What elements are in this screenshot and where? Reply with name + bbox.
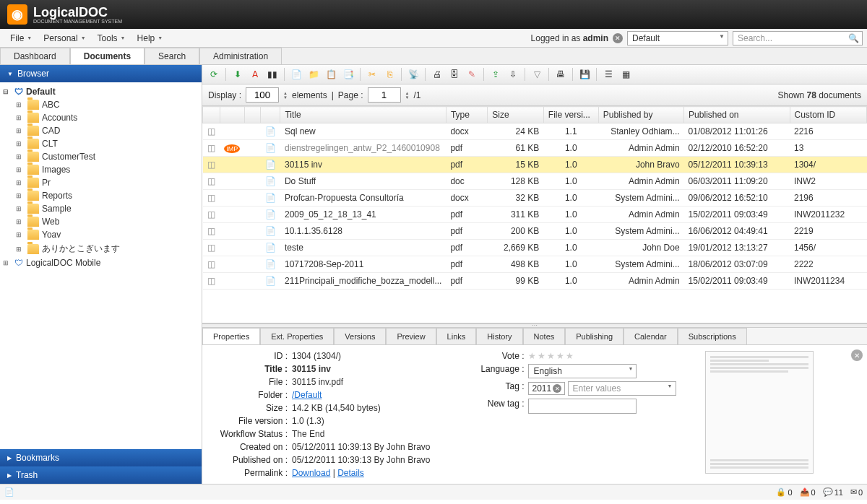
bulk-icon[interactable]: 📑 <box>341 67 355 82</box>
rss-icon[interactable]: 📡 <box>406 67 420 82</box>
panel-bookmarks[interactable]: Bookmarks <box>0 449 202 466</box>
download-link[interactable]: Download <box>292 468 330 478</box>
cut-icon[interactable]: ✂ <box>365 67 379 82</box>
table-row[interactable]: ◫📄Do Stuffdoc128 KB1.0Admin Admin06/03/2… <box>203 173 867 190</box>
print-icon[interactable]: 🖶 <box>553 67 568 82</box>
clipboard-icon[interactable]: 📋 <box>324 67 338 82</box>
close-preview-icon[interactable]: ✕ <box>851 349 863 361</box>
folder-item[interactable]: ⊞CLT <box>16 137 199 150</box>
tree-toggle-icon[interactable]: ⊞ <box>16 218 25 225</box>
row-handle-icon[interactable]: ◫ <box>207 193 215 203</box>
menu-personal[interactable]: Personal <box>38 30 91 46</box>
save-view-icon[interactable]: 💾 <box>577 67 592 82</box>
search-input[interactable]: Search... 🔍 <box>733 31 863 45</box>
tree-toggle-icon[interactable]: ⊞ <box>16 114 25 121</box>
detail-tab-properties[interactable]: Properties <box>202 328 260 344</box>
status-messages[interactable]: 💬11 <box>823 487 843 497</box>
table-row[interactable]: ◫📄30115 invpdf15 KB1.0John Bravo05/12/20… <box>203 157 867 173</box>
tree-toggle-icon[interactable]: ⊞ <box>16 101 25 108</box>
folder-item[interactable]: ⊞CAD <box>16 124 199 137</box>
tag-remove-icon[interactable]: ✕ <box>553 384 561 393</box>
detail-tab-links[interactable]: Links <box>436 328 477 344</box>
menu-help[interactable]: Help <box>131 30 169 46</box>
folder-item[interactable]: ⊞Reports <box>16 189 199 202</box>
row-handle-icon[interactable]: ◫ <box>207 259 215 269</box>
column-header[interactable]: Type <box>446 107 487 123</box>
per-page-spinner[interactable]: ▲▼ <box>283 91 288 100</box>
document-thumbnail[interactable] <box>705 351 814 474</box>
column-header[interactable] <box>203 107 220 123</box>
workspace-select[interactable]: Default <box>627 31 728 45</box>
export-icon[interactable]: ⇪ <box>488 67 503 82</box>
page-spinner[interactable]: ▲▼ <box>405 91 410 100</box>
folder-item[interactable]: ⊞Web <box>16 215 199 228</box>
column-header[interactable]: Custom ID <box>790 107 866 123</box>
folder-item[interactable]: ⊞Images <box>16 163 199 176</box>
folder-item[interactable]: ⊞Yoav <box>16 228 199 241</box>
tab-search[interactable]: Search <box>144 48 199 64</box>
column-header[interactable]: File versi... <box>543 107 598 123</box>
add-document-icon[interactable]: 📄 <box>289 67 303 82</box>
table-row[interactable]: ◫📄Profcan-Propuesta Consultoríadocx32 KB… <box>203 190 867 207</box>
newtag-input[interactable] <box>528 399 637 414</box>
page-input[interactable] <box>368 87 401 103</box>
detail-tab-preview[interactable]: Preview <box>386 328 436 344</box>
archive-icon[interactable]: 🗄 <box>447 67 462 82</box>
menu-file[interactable]: File <box>4 30 38 46</box>
add-folder-icon[interactable]: 📁 <box>306 67 321 82</box>
tree-toggle-icon[interactable]: ⊞ <box>16 127 25 134</box>
folder-item[interactable]: ⊞ABC <box>16 98 199 111</box>
status-checked-out[interactable]: 📤0 <box>800 487 816 497</box>
table-row[interactable]: ◫📄Sql newdocx24 KB1.1Stanley Odhiam...01… <box>203 123 867 140</box>
table-row[interactable]: ◫📄2009_05_12_18_13_41pdf311 KB1.0Admin A… <box>203 207 867 223</box>
scan-icon[interactable]: 🖨 <box>430 67 444 82</box>
per-page-input[interactable] <box>246 87 279 103</box>
column-header[interactable]: Published by <box>598 107 683 123</box>
table-row[interactable]: ◫📄testepdf2,669 KB1.0John Doe19/01/2012 … <box>203 240 867 256</box>
detail-tab-notes[interactable]: Notes <box>523 328 566 344</box>
status-locked[interactable]: 🔒0 <box>776 487 792 497</box>
pdf-icon[interactable]: 𝖠 <box>248 67 262 82</box>
refresh-icon[interactable]: ⟳ <box>207 67 221 82</box>
column-header[interactable]: Size <box>488 107 544 123</box>
tag-input[interactable]: Enter values <box>568 381 676 396</box>
tab-dashboard[interactable]: Dashboard <box>0 48 70 64</box>
column-header[interactable]: Title <box>280 107 446 123</box>
search-icon[interactable]: 🔍 <box>848 33 859 43</box>
details-link[interactable]: Details <box>337 468 364 478</box>
folder-item[interactable]: ⊞Pr <box>16 176 199 189</box>
tree-toggle-icon[interactable]: ⊞ <box>16 140 25 147</box>
sign-icon[interactable]: ✎ <box>465 67 479 82</box>
tree-root[interactable]: ⊟ 🛡 Default <box>3 85 199 98</box>
folder-item[interactable]: ⊞Accounts <box>16 111 199 124</box>
logout-icon[interactable]: ✕ <box>613 33 623 43</box>
column-header[interactable]: Published on <box>684 107 790 123</box>
detail-tab-calendar[interactable]: Calendar <box>624 328 678 344</box>
filter-icon[interactable]: ▽ <box>530 67 544 82</box>
column-header[interactable] <box>244 107 261 123</box>
tag-chip[interactable]: 2011✕ <box>528 382 565 395</box>
tree-toggle-icon[interactable]: ⊞ <box>16 179 25 186</box>
folder-item[interactable]: ⊞Sample <box>16 202 199 215</box>
tree-extra-root[interactable]: ⊞ 🛡 LogicalDOC Mobile <box>3 256 199 269</box>
folder-item[interactable]: ⊞ありかとこぎいます <box>16 241 199 256</box>
tree-toggle-icon[interactable]: ⊞ <box>3 259 12 266</box>
detail-tab-publishing[interactable]: Publishing <box>565 328 624 344</box>
list-view-icon[interactable]: ☰ <box>601 67 616 82</box>
tree-toggle-icon[interactable]: ⊞ <box>16 166 25 173</box>
detail-tab-subscriptions[interactable]: Subscriptions <box>678 328 747 344</box>
import-icon[interactable]: ⇩ <box>506 67 520 82</box>
table-row[interactable]: ◫📄10.1.1.35.6128pdf200 KB1.0System Admin… <box>203 223 867 240</box>
folder-link[interactable]: /Default <box>292 390 322 400</box>
status-mail[interactable]: ✉0 <box>850 487 863 497</box>
tree-toggle-icon[interactable]: ⊞ <box>16 205 25 212</box>
panel-browser[interactable]: Browser <box>0 65 202 82</box>
folder-item[interactable]: ⊞CustomerTest <box>16 150 199 163</box>
detail-tab-ext-properties[interactable]: Ext. Properties <box>260 328 334 344</box>
download-icon[interactable]: ⬇ <box>230 67 245 82</box>
table-row[interactable]: ◫📄10717208-Sep-2011pdf498 KB1.0System Ad… <box>203 256 867 273</box>
row-handle-icon[interactable]: ◫ <box>207 126 215 136</box>
row-handle-icon[interactable]: ◫ <box>207 143 215 153</box>
tree-toggle-icon[interactable]: ⊞ <box>16 246 25 253</box>
language-select[interactable]: English <box>528 364 637 378</box>
